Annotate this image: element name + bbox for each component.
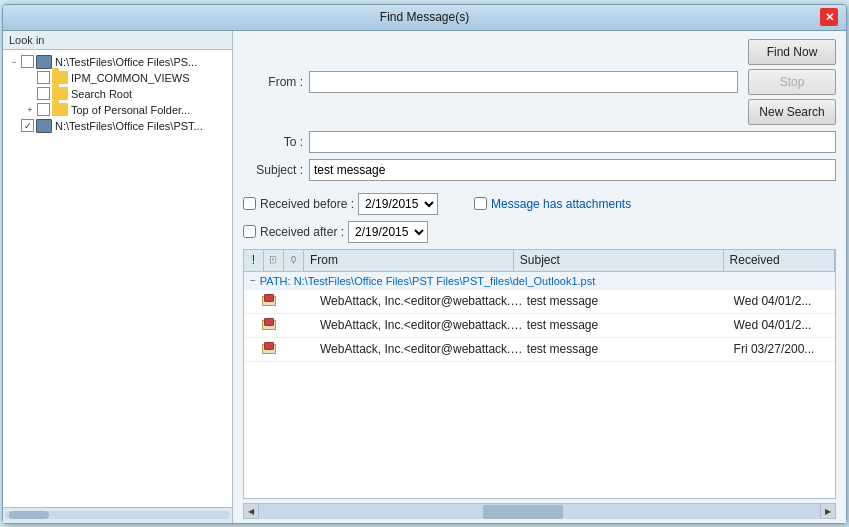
look-in-header: Look in	[3, 31, 232, 50]
tree-checkbox-search[interactable]	[37, 87, 50, 100]
results-area: ! From Subject Received − PATH: N:\T	[243, 249, 836, 499]
result-received-1: Wed 04/01/2...	[734, 318, 835, 332]
checkbox-row-before: Received before : 2/19/2015 Message has …	[233, 191, 846, 217]
folder-icon-search	[52, 87, 68, 100]
tree-checkbox-ipm[interactable]	[37, 71, 50, 84]
tree-expand-ipm[interactable]	[23, 71, 37, 85]
result-from-0: WebAttack, Inc.<editor@webattack.c...	[320, 294, 527, 308]
tree-item-root[interactable]: − N:\TestFiles\Office Files\PS...	[5, 54, 230, 70]
received-before-checkbox[interactable]	[243, 197, 256, 210]
tree-item-search[interactable]: Search Root	[5, 86, 230, 102]
result-subject-1: test message	[527, 318, 734, 332]
pc-icon-checked	[36, 119, 52, 133]
folder-icon-ipm	[52, 71, 68, 84]
result-subject-0: test message	[527, 294, 734, 308]
right-pane: From : Find Now Stop New Search To : Sub…	[233, 31, 846, 523]
result-from-2: WebAttack, Inc.<editor@webattack.c...	[320, 342, 527, 356]
tree-label-checked: N:\TestFiles\Office Files\PST...	[55, 120, 203, 132]
tree-expand-checked[interactable]	[7, 119, 21, 133]
window-body: Look in − N:\TestFiles\Office Files\PS..…	[3, 31, 846, 523]
tree-label-ipm: IPM_COMMON_VIEWS	[71, 72, 190, 84]
received-after-checkbox[interactable]	[243, 225, 256, 238]
result-subject-2: test message	[527, 342, 734, 356]
tree-checkbox-root[interactable]	[21, 55, 34, 68]
result-icon-2	[260, 342, 280, 356]
results-header: ! From Subject Received	[244, 250, 835, 272]
scroll-thumb-h[interactable]	[483, 505, 563, 519]
form-buttons: Find Now Stop New Search	[748, 39, 836, 125]
from-input[interactable]	[309, 71, 738, 93]
result-icon-1	[260, 318, 280, 332]
pc-icon	[36, 55, 52, 69]
col-header-clip	[284, 250, 304, 271]
checkbox-row-after: Received after : 2/19/2015	[233, 219, 846, 245]
received-before-label: Received before :	[260, 197, 354, 211]
result-received-2: Fri 03/27/200...	[734, 342, 835, 356]
tree-area[interactable]: − N:\TestFiles\Office Files\PS... IPM_CO…	[3, 50, 232, 507]
close-button[interactable]: ✕	[820, 8, 838, 26]
scroll-left-arrow[interactable]: ◀	[243, 503, 259, 519]
received-before-date[interactable]: 2/19/2015	[358, 193, 438, 215]
col-header-received[interactable]: Received	[724, 250, 835, 271]
subject-label: Subject :	[243, 163, 303, 177]
tree-item-ipm[interactable]: IPM_COMMON_VIEWS	[5, 70, 230, 86]
left-pane: Look in − N:\TestFiles\Office Files\PS..…	[3, 31, 233, 523]
received-after-label: Received after :	[260, 225, 344, 239]
scroll-track[interactable]	[259, 504, 820, 519]
left-scroll-track[interactable]	[5, 511, 230, 519]
folder-icon-top	[52, 103, 68, 116]
col-header-exclamation[interactable]: !	[244, 250, 264, 271]
has-attachments-group: Message has attachments	[474, 197, 631, 211]
path-row: − PATH: N:\TestFiles\Office Files\PST Fi…	[244, 272, 835, 290]
tree-item-checked[interactable]: N:\TestFiles\Office Files\PST...	[5, 118, 230, 134]
result-row-2[interactable]: WebAttack, Inc.<editor@webattack.c... te…	[244, 338, 835, 362]
tree-expand-top[interactable]: +	[23, 103, 37, 117]
subject-row: Subject :	[243, 159, 836, 181]
has-attachments-checkbox[interactable]	[474, 197, 487, 210]
search-form: From : Find Now Stop New Search To : Sub…	[233, 31, 846, 191]
result-icon-0	[260, 294, 280, 308]
results-body: − PATH: N:\TestFiles\Office Files\PST Fi…	[244, 272, 835, 498]
tree-checkbox-top[interactable]	[37, 103, 50, 116]
tree-checkbox-checked[interactable]	[21, 119, 34, 132]
result-row-0[interactable]: WebAttack, Inc.<editor@webattack.c... te…	[244, 290, 835, 314]
path-text: PATH: N:\TestFiles\Office Files\PST File…	[260, 275, 595, 287]
from-row: From : Find Now Stop New Search	[243, 39, 836, 125]
col-header-doc	[264, 250, 284, 271]
scroll-right-arrow[interactable]: ▶	[820, 503, 836, 519]
stop-button[interactable]: Stop	[748, 69, 836, 95]
result-from-1: WebAttack, Inc.<editor@webattack.c...	[320, 318, 527, 332]
tree-label-search: Search Root	[71, 88, 132, 100]
tree-label-top: Top of Personal Folder...	[71, 104, 190, 116]
title-bar: Find Message(s) ✕	[3, 5, 846, 31]
tree-item-top[interactable]: + Top of Personal Folder...	[5, 102, 230, 118]
col-header-from[interactable]: From	[304, 250, 514, 271]
find-messages-window: Find Message(s) ✕ Look in − N:\TestFiles…	[2, 4, 847, 524]
path-expand-icon[interactable]: −	[250, 275, 256, 286]
new-search-button[interactable]: New Search	[748, 99, 836, 125]
window-title: Find Message(s)	[29, 10, 820, 24]
left-scroll-thumb[interactable]	[9, 511, 49, 519]
to-label: To :	[243, 135, 303, 149]
result-row-1[interactable]: WebAttack, Inc.<editor@webattack.c... te…	[244, 314, 835, 338]
to-row: To :	[243, 131, 836, 153]
to-input[interactable]	[309, 131, 836, 153]
tree-expand-search[interactable]	[23, 87, 37, 101]
subject-input[interactable]	[309, 159, 836, 181]
received-after-group: Received after : 2/19/2015	[243, 221, 428, 243]
bottom-scrollbar[interactable]: ◀ ▶	[243, 503, 836, 519]
received-after-date[interactable]: 2/19/2015	[348, 221, 428, 243]
from-label: From :	[243, 75, 303, 89]
result-received-0: Wed 04/01/2...	[734, 294, 835, 308]
received-before-group: Received before : 2/19/2015	[243, 193, 438, 215]
tree-label-root: N:\TestFiles\Office Files\PS...	[55, 56, 197, 68]
find-now-button[interactable]: Find Now	[748, 39, 836, 65]
tree-expand-root[interactable]: −	[7, 55, 21, 69]
has-attachments-label[interactable]: Message has attachments	[491, 197, 631, 211]
col-header-subject[interactable]: Subject	[514, 250, 724, 271]
svg-rect-4	[292, 257, 296, 262]
left-scrollbar[interactable]	[3, 507, 232, 523]
